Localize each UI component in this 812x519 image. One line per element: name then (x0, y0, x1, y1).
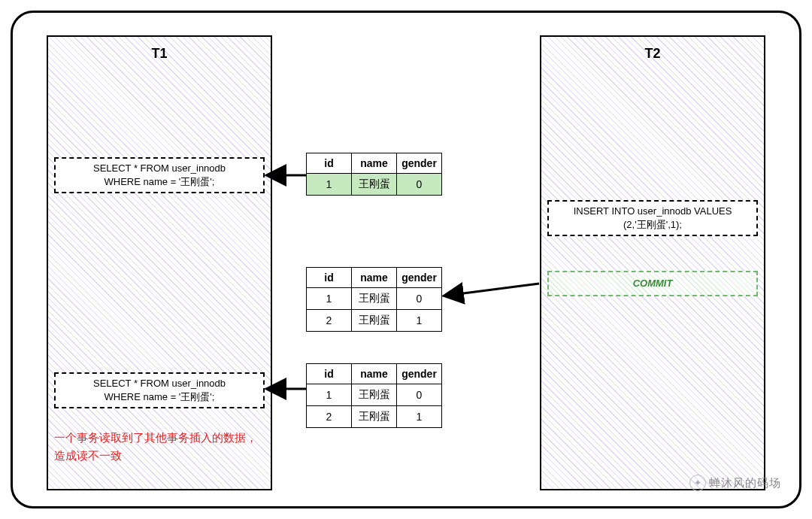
table-header-row: id name gender (307, 364, 442, 384)
cell-gender: 0 (397, 384, 442, 406)
cell-name: 王刚蛋 (352, 310, 397, 332)
cell-id: 1 (307, 288, 352, 310)
wechat-icon: ✦ (689, 475, 706, 491)
cell-name: 王刚蛋 (352, 406, 397, 428)
cell-gender: 1 (397, 310, 442, 332)
result-table-1: id name gender 1 王刚蛋 0 (306, 153, 442, 196)
cell-id: 1 (307, 384, 352, 406)
table-row: 2 王刚蛋 1 (307, 310, 442, 332)
col-gender: gender (397, 153, 442, 174)
cell-name: 王刚蛋 (352, 384, 397, 406)
cell-id: 2 (307, 310, 352, 332)
col-name: name (352, 268, 397, 288)
stmt3-line2: WHERE name = '王刚蛋'; (60, 390, 259, 404)
select-statement-2: SELECT * FROM user_innodb WHERE name = '… (54, 372, 265, 408)
col-gender: gender (397, 364, 442, 384)
cell-gender: 1 (397, 406, 442, 428)
stmt1-line2: WHERE name = '王刚蛋'; (60, 175, 259, 189)
commit-label: COMMIT (633, 277, 673, 290)
col-name: name (352, 364, 397, 384)
col-id: id (307, 364, 352, 384)
stmt1-line1: SELECT * FROM user_innodb (60, 162, 259, 175)
col-gender: gender (397, 268, 442, 288)
stmt2-line2: (2,'王刚蛋',1); (553, 218, 752, 232)
cell-name: 王刚蛋 (352, 288, 397, 310)
table-header-row: id name gender (307, 153, 442, 174)
stmt2-line1: INSERT INTO user_innodb VALUES (553, 205, 752, 218)
col-id: id (307, 153, 352, 174)
cell-gender: 0 (397, 174, 442, 196)
stmt3-line1: SELECT * FROM user_innodb (60, 377, 259, 390)
cell-id: 1 (307, 174, 352, 196)
watermark: ✦ 蝉沐风的码场 (689, 475, 781, 491)
table-row: 1 王刚蛋 0 (307, 288, 442, 310)
arrow-commit-to-table2 (446, 284, 539, 296)
transaction-t2-column: T2 (540, 35, 765, 490)
transaction-t1-column: T1 (47, 35, 272, 490)
cell-name: 王刚蛋 (352, 174, 397, 196)
diagram-frame: T1 T2 SELECT * FROM user_innodb WHERE na… (11, 11, 801, 508)
result-table-2: id name gender 1 王刚蛋 0 2 王刚蛋 1 (306, 267, 442, 332)
t2-title: T2 (541, 46, 764, 62)
insert-statement: INSERT INTO user_innodb VALUES (2,'王刚蛋',… (547, 200, 758, 236)
table-row: 1 王刚蛋 0 (307, 384, 442, 406)
phantom-read-note: 一个事务读取到了其他事务插入的数据，造成读不一致 (54, 429, 265, 465)
result-table-3: id name gender 1 王刚蛋 0 2 王刚蛋 1 (306, 363, 442, 428)
table-row: 2 王刚蛋 1 (307, 406, 442, 428)
watermark-text: 蝉沐风的码场 (709, 476, 781, 490)
table-row: 1 王刚蛋 0 (307, 174, 442, 196)
select-statement-1: SELECT * FROM user_innodb WHERE name = '… (54, 157, 265, 193)
col-name: name (352, 153, 397, 174)
col-id: id (307, 268, 352, 288)
cell-id: 2 (307, 406, 352, 428)
t1-title: T1 (48, 46, 271, 62)
cell-gender: 0 (397, 288, 442, 310)
table-header-row: id name gender (307, 268, 442, 288)
commit-statement: COMMIT (547, 271, 758, 296)
